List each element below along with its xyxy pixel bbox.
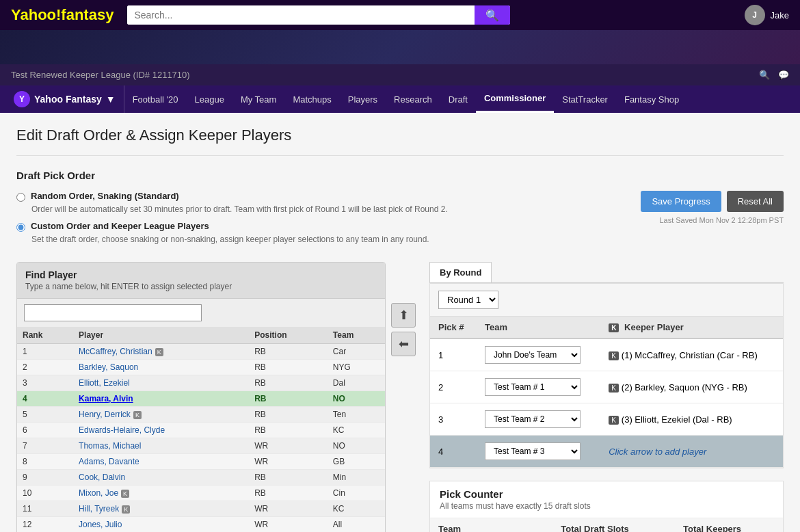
page-content: Edit Draft Order & Assign Keeper Players… [0, 113, 800, 532]
round-select[interactable]: Round 1 Round 2 Round 3 [438, 291, 498, 309]
player-team: NO [328, 438, 385, 454]
nav-league[interactable]: League [186, 85, 232, 113]
table-row[interactable]: 3Elliott, EzekielRBDal [17, 375, 385, 391]
nav-football[interactable]: Football '20 [124, 85, 187, 113]
site-logo[interactable]: Yahoo!fantasy [11, 6, 114, 24]
player-team: Cin [328, 486, 385, 501]
table-row[interactable]: 7Thomas, MichaelWRNO [17, 438, 385, 454]
chat-icon[interactable]: 💬 [778, 70, 789, 80]
reset-all-button[interactable]: Reset All [727, 191, 784, 212]
table-row[interactable]: 8Adams, DavanteWRGB [17, 454, 385, 470]
player-name[interactable]: Mixon, JoeK [73, 486, 249, 501]
nav-commissioner[interactable]: Commissioner [476, 85, 554, 113]
table-row[interactable]: 5Henry, DerrickKRBTen [17, 407, 385, 423]
round-selector-row: Round 1 Round 2 Round 3 [430, 284, 783, 317]
draft-keeper-cell: Click arrow to add player [600, 436, 783, 468]
draft-team-cell[interactable]: Test Team # 1 [477, 371, 600, 403]
draft-keeper-cell: K(3) Elliott, Ezekiel (Dal - RB) [600, 403, 783, 436]
pick-counter-title: Pick Counter [440, 488, 773, 500]
keeper-icon: K [609, 416, 619, 425]
counter-col-slots: Total Draft Slots [552, 518, 675, 532]
table-row[interactable]: 11Hill, TyreekKWRKC [17, 501, 385, 517]
move-down-button[interactable]: ⬅ [391, 332, 416, 356]
custom-order-title: Custom Order and Keeper League Players [31, 221, 209, 231]
player-rank: 12 [17, 517, 73, 533]
keeper-badge: K [122, 505, 130, 514]
pick-counter-table: Team Total Draft Slots Total Keepers Joh… [430, 518, 783, 532]
custom-order-radio[interactable] [16, 223, 25, 232]
player-name[interactable]: Elliott, Ezekiel [73, 375, 249, 391]
player-name[interactable]: Cook, Dalvin [73, 470, 249, 486]
player-name[interactable]: Barkley, Saquon [73, 360, 249, 375]
team-dropdown[interactable]: Test Team # 1 [485, 378, 581, 396]
table-row[interactable]: 1McCaffrey, ChristianKRBCar [17, 344, 385, 360]
table-row[interactable]: 4Kamara, AlvinRBNO [17, 391, 385, 407]
keeper-badge: K [121, 490, 129, 498]
random-order-group: Random Order, Snaking (Standard) Order w… [16, 191, 448, 214]
global-search-button[interactable]: 🔍 [475, 5, 510, 25]
random-order-radio[interactable] [16, 193, 25, 202]
player-rank: 10 [17, 486, 73, 501]
player-rank: 3 [17, 375, 73, 391]
nav-myteam[interactable]: My Team [232, 85, 285, 113]
nav-fantasy-shop[interactable]: Fantasy Shop [616, 85, 687, 113]
draft-pick-num: 4 [430, 436, 477, 468]
nav-players[interactable]: Players [340, 85, 386, 113]
counter-col-team: Team [430, 518, 552, 532]
col-player: Player [73, 327, 249, 344]
nav-draft[interactable]: Draft [440, 85, 476, 113]
username: Jake [771, 10, 789, 21]
nav-matchups[interactable]: Matchups [284, 85, 339, 113]
nav-brand[interactable]: Y Yahoo Fantasy ▼ [5, 85, 124, 113]
nav-stattracker[interactable]: StatTracker [554, 85, 616, 113]
player-name[interactable]: Henry, DerrickK [73, 407, 249, 423]
player-name[interactable]: Kamara, Alvin [73, 391, 249, 407]
tab-by-round[interactable]: By Round [429, 262, 492, 282]
player-name[interactable]: Edwards-Helaire, Clyde [73, 423, 249, 438]
player-position: WR [249, 454, 328, 470]
global-search-input[interactable] [127, 5, 475, 25]
player-team: All [328, 517, 385, 533]
move-up-button[interactable]: ⬆ [391, 303, 416, 328]
custom-order-group: Custom Order and Keeper League Players S… [16, 221, 448, 244]
player-team: GB [328, 454, 385, 470]
random-order-label[interactable]: Random Order, Snaking (Standard) [16, 191, 448, 202]
table-row[interactable]: 2Barkley, SaquonRBNYG [17, 360, 385, 375]
table-row[interactable]: 6Edwards-Helaire, ClydeRBKC [17, 423, 385, 438]
draft-team-cell[interactable]: Test Team # 3 [477, 436, 600, 468]
global-search-bar[interactable]: 🔍 [127, 5, 510, 25]
hero-background [0, 30, 800, 64]
draft-team-cell[interactable]: Test Team # 2 [477, 403, 600, 436]
two-col-layout: Find Player Type a name below, hit ENTER… [16, 262, 784, 532]
player-search-input[interactable] [24, 304, 202, 321]
draft-team-cell[interactable]: John Doe's Team [477, 338, 600, 371]
draft-col-team: Team [477, 317, 600, 338]
counter-col-keepers: Total Keepers [675, 518, 783, 532]
player-name[interactable]: Hill, TyreekK [73, 501, 249, 517]
player-position: WR [249, 517, 328, 533]
nav-research[interactable]: Research [386, 85, 440, 113]
player-name[interactable]: Thomas, Michael [73, 438, 249, 454]
pick-counter-section: Pick Counter All teams must have exactly… [429, 481, 784, 532]
find-player-title: Find Player [25, 269, 377, 280]
player-team: Dal [328, 375, 385, 391]
player-name[interactable]: McCaffrey, ChristianK [73, 344, 249, 360]
team-dropdown[interactable]: Test Team # 3 [485, 442, 581, 460]
nav-brand-label: Yahoo Fantasy [34, 94, 102, 105]
team-dropdown[interactable]: John Doe's Team [485, 346, 581, 364]
table-row[interactable]: 12Jones, JulioWRAll [17, 517, 385, 533]
table-row[interactable]: 10Mixon, JoeKRBCin [17, 486, 385, 501]
page-title: Edit Draft Order & Assign Keeper Players [16, 127, 784, 156]
player-position: RB [249, 407, 328, 423]
player-name[interactable]: Adams, Davante [73, 454, 249, 470]
save-progress-button[interactable]: Save Progress [641, 191, 721, 212]
player-name[interactable]: Jones, Julio [73, 517, 249, 533]
player-position: RB [249, 486, 328, 501]
player-team: KC [328, 501, 385, 517]
team-dropdown[interactable]: Test Team # 2 [485, 410, 581, 428]
col-position: Position [249, 327, 328, 344]
search-icon[interactable]: 🔍 [759, 70, 770, 80]
custom-order-label[interactable]: Custom Order and Keeper League Players [16, 221, 448, 232]
player-position: RB [249, 344, 328, 360]
table-row[interactable]: 9Cook, DalvinRBMin [17, 470, 385, 486]
